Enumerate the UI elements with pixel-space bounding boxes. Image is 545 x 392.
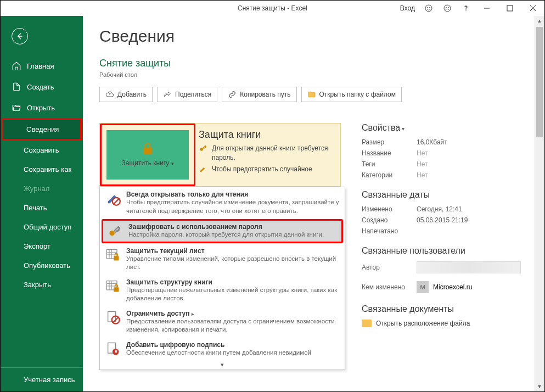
prop-categories-label: Категории <box>362 171 417 179</box>
scroll-down-button[interactable]: ▼ <box>535 382 544 391</box>
home-icon <box>12 61 21 71</box>
menu-item-readonly[interactable]: Всегда открывать только для чтения Чтобы… <box>100 187 345 219</box>
sidebar-item-print[interactable]: Печать <box>1 198 83 217</box>
sidebar-item-label: Закрыть <box>24 281 51 289</box>
signature-icon <box>105 341 121 356</box>
svg-point-4 <box>446 7 447 8</box>
sidebar-item-home[interactable]: Главная <box>1 55 83 76</box>
scroll-up-button[interactable]: ▲ <box>535 16 544 25</box>
sidebar-item-label: Опубликовать <box>24 261 70 270</box>
sidebar-item-account[interactable]: Учетная запись <box>1 370 83 389</box>
prop-categories-value[interactable]: Нет <box>417 171 428 179</box>
prop-title-label: Название <box>362 149 417 157</box>
svg-point-8 <box>200 148 203 150</box>
vertical-scrollbar[interactable]: ▲ ▼ <box>535 16 544 391</box>
svg-point-5 <box>448 7 449 8</box>
smile-icon[interactable] <box>419 4 438 13</box>
svg-point-2 <box>430 7 430 8</box>
user-initial: M <box>417 281 429 293</box>
prop-created-label: Создано <box>362 216 417 224</box>
copy-path-button[interactable]: Копировать путь <box>222 87 296 102</box>
svg-rect-12 <box>114 256 119 260</box>
menu-item-digital-signature[interactable]: Добавить цифровую подпись Обеспечение це… <box>100 338 345 361</box>
readonly-icon <box>105 191 121 206</box>
svg-point-0 <box>425 5 432 12</box>
share-button[interactable]: Поделиться <box>157 87 217 102</box>
close-button[interactable] <box>521 1 544 16</box>
share-icon <box>163 90 172 99</box>
related-dates-heading: Связанные даты <box>362 190 528 200</box>
prop-author-value[interactable] <box>417 261 521 273</box>
prop-tags-label: Теги <box>362 160 417 168</box>
menu-item-protect-sheet[interactable]: Защитить текущий лист Управление типами … <box>100 244 345 275</box>
sidebar-item-publish[interactable]: Опубликовать <box>1 256 83 275</box>
menu-item-protect-structure[interactable]: Защитить структуру книги Предотвращение … <box>100 275 345 306</box>
open-folder-button[interactable]: Открыть папку с файлом <box>301 87 402 102</box>
sidebar-item-info[interactable]: Сведения <box>2 118 82 141</box>
folder-icon <box>307 90 316 99</box>
backstage-sidebar: Главная Создать Открыть Сведения Сохрани… <box>1 16 83 391</box>
minimize-button[interactable] <box>475 1 498 16</box>
svg-point-3 <box>444 5 451 12</box>
prop-created-value: 05.06.2015 21:19 <box>417 216 468 224</box>
prop-modified-value: Сегодня, 12:41 <box>417 205 462 213</box>
prop-size-label: Размер <box>362 138 417 146</box>
protect-title: Защита книги <box>199 129 334 141</box>
login-link[interactable]: Вход <box>400 4 415 12</box>
protect-dropdown-menu: Всегда открывать только для чтения Чтобы… <box>99 187 345 370</box>
pencil-icon <box>199 165 207 173</box>
related-docs-heading: Связанные документы <box>362 304 528 314</box>
prop-tags-value[interactable]: Нет <box>417 160 428 168</box>
svg-rect-14 <box>114 287 119 292</box>
sidebar-item-new[interactable]: Создать <box>1 76 83 97</box>
link-icon <box>228 90 237 99</box>
open-file-location-link[interactable]: Открыть расположение файла <box>362 320 528 327</box>
prop-printed-label: Напечатано <box>362 227 417 235</box>
sidebar-item-label: Печать <box>24 204 47 212</box>
sidebar-item-close[interactable]: Закрыть <box>1 275 83 294</box>
new-icon <box>12 82 21 92</box>
svg-point-6 <box>466 10 467 10</box>
sheet-lock-icon <box>105 247 121 262</box>
sidebar-item-save[interactable]: Сохранить <box>1 141 83 160</box>
protect-workbook-button[interactable]: Защитить книгу ▾ <box>106 130 189 180</box>
sidebar-item-open[interactable]: Открыть <box>1 97 83 118</box>
maximize-button[interactable] <box>498 1 521 16</box>
svg-point-1 <box>428 7 428 8</box>
page-title: Сведения <box>99 27 528 46</box>
sidebar-item-history: Журнал <box>1 179 83 198</box>
sidebar-item-label: Сохранить <box>24 146 59 154</box>
cloud-upload-icon <box>105 90 114 99</box>
prop-modified-label: Изменено <box>362 205 417 213</box>
sidebar-item-label: Общий доступ <box>24 223 71 231</box>
sidebar-item-label: Сведения <box>26 125 59 133</box>
scroll-thumb[interactable] <box>536 27 543 137</box>
properties-panel: Свойства Размер16,0Кбайт НазваниеНет Тег… <box>362 123 528 370</box>
sidebar-item-label: Учетная запись <box>24 376 75 384</box>
prop-title-value[interactable]: Нет <box>417 149 428 157</box>
related-users-heading: Связанные пользователи <box>362 246 528 256</box>
help-icon[interactable] <box>457 4 475 13</box>
lock-icon <box>141 142 155 156</box>
sidebar-item-label: Журнал <box>24 184 49 193</box>
structure-lock-icon <box>105 278 121 294</box>
properties-heading[interactable]: Свойства <box>362 123 528 133</box>
sidebar-item-label: Экспорт <box>24 242 50 250</box>
back-button[interactable] <box>12 28 28 44</box>
menu-overflow-indicator[interactable]: ▾ <box>100 360 345 369</box>
sidebar-item-label: Главная <box>27 62 54 70</box>
sidebar-item-export[interactable]: Экспорт <box>1 237 83 256</box>
menu-item-encrypt[interactable]: Зашифровать с использованием пароля Наст… <box>102 220 342 243</box>
frown-icon[interactable] <box>438 4 457 13</box>
key-lock-icon <box>108 223 123 238</box>
upload-button[interactable]: Добавить <box>99 87 153 102</box>
sidebar-item-saveas[interactable]: Сохранить как <box>1 160 83 179</box>
prop-lastmod-label: Кем изменено <box>362 283 417 291</box>
menu-item-restrict-access[interactable]: Ограничить доступ ▸ Предоставление польз… <box>100 306 345 338</box>
restrict-icon <box>105 310 121 325</box>
protect-workbook-panel: Защитить книгу ▾ Защита книги Для открыт… <box>99 123 341 187</box>
sidebar-item-share[interactable]: Общий доступ <box>1 217 83 237</box>
window-title: Снятие защиты - Excel <box>238 4 307 12</box>
prop-lastmod-user[interactable]: MMicroexcel.ru <box>417 281 472 293</box>
svg-rect-7 <box>507 5 513 11</box>
